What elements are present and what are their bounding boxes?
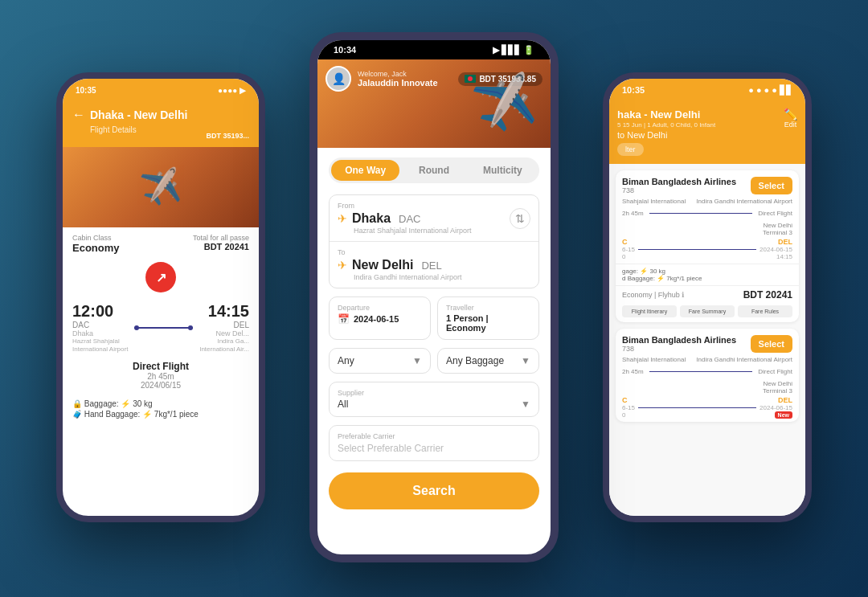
left-phone-title: Dhaka - New Delhi bbox=[90, 108, 187, 121]
to-city: New Delhi bbox=[352, 258, 413, 272]
cabin-class-label: Cabin Class bbox=[72, 234, 120, 242]
terminal-info-2: New DelhiTerminal 3 bbox=[616, 378, 799, 396]
from-label: From bbox=[338, 202, 530, 210]
arrive-city: New Del... bbox=[199, 329, 249, 337]
cabin-row: Cabin Class Economy Total for all passe … bbox=[63, 227, 259, 257]
arrive-date-2: 2024-06-15 bbox=[760, 404, 792, 411]
airline-logo-area: ↗ bbox=[63, 257, 259, 297]
duration-2: 2h 45m bbox=[622, 368, 644, 375]
left-signals: ●●●● ▶ bbox=[218, 86, 246, 95]
plane-decoration: ✈️ bbox=[137, 166, 183, 210]
from-airport-2: Shahjalal International bbox=[622, 356, 686, 363]
supplier-box[interactable]: Supplier All ▼ bbox=[329, 382, 539, 417]
card-buttons-1: Flight Itinerary Fare Summary Fare Rules bbox=[616, 305, 799, 322]
arrive-time-1: 14:15 bbox=[760, 253, 792, 260]
flight-duration: 2h 45m bbox=[63, 372, 259, 381]
any-label: Any bbox=[338, 355, 354, 366]
supplier-label: Supplier bbox=[338, 389, 530, 397]
right-phone-subtitle: 5 15 Jun | 1 Adult, 0 Child, 0 Infant bbox=[617, 121, 715, 129]
baggage-info: 🔒 Baggage: ⚡ 30 kg 🧳 Hand Baggage: ⚡ 7kg… bbox=[63, 393, 259, 423]
user-name: Jalauddin Innovate bbox=[358, 78, 438, 88]
airline-name-2: Biman Bangladesh Airlines bbox=[622, 335, 736, 345]
tab-round[interactable]: Round bbox=[399, 160, 468, 181]
airline-logo: ↗ bbox=[145, 262, 176, 292]
search-button[interactable]: Search bbox=[329, 472, 539, 509]
traveller-box[interactable]: Traveller 1 Person | Economy bbox=[437, 296, 539, 340]
select-button-1[interactable]: Select bbox=[751, 177, 792, 194]
flight-type-label: Direct Flight bbox=[63, 361, 259, 372]
new-badge: New bbox=[775, 411, 792, 419]
airline-name-1: Biman Bangladesh Airlines bbox=[622, 177, 736, 186]
arrive-code: DEL bbox=[199, 321, 249, 329]
back-arrow-icon[interactable]: ← bbox=[72, 108, 85, 122]
arrive-airport: Indira Ga...International Air... bbox=[199, 337, 249, 353]
center-phone: 10:34 ▶ ▋▋▋ 🔋 👤 Welcome, Jack Jalauddin … bbox=[309, 32, 559, 562]
supplier-value: All bbox=[338, 399, 348, 410]
hand-baggage-item: 🧳 Hand Baggage: ⚡ 7kg*/1 piece bbox=[72, 410, 249, 419]
depart-code-2: C bbox=[622, 396, 635, 404]
flight-type-1: Direct Flight bbox=[758, 210, 792, 217]
to-label: To bbox=[338, 248, 530, 256]
from-city: Dhaka bbox=[352, 211, 391, 226]
filter-row: Any ▼ Any Baggage ▼ bbox=[329, 348, 539, 374]
arrive-date-1: 2024-06-15 bbox=[760, 246, 792, 253]
filter-button[interactable]: lter bbox=[617, 143, 644, 156]
center-time: 10:34 bbox=[334, 45, 356, 55]
center-status-bar: 10:34 ▶ ▋▋▋ 🔋 bbox=[317, 40, 551, 59]
tab-one-way[interactable]: One Way bbox=[331, 160, 399, 181]
fare-rules-btn[interactable]: Fare Rules bbox=[738, 305, 792, 317]
left-status-bar: 10:35 ●●●● ▶ bbox=[63, 79, 259, 101]
calendar-icon: 📅 bbox=[338, 313, 350, 325]
to-row[interactable]: To ✈ New Delhi DEL Indira Gandhi Interna… bbox=[330, 241, 538, 288]
from-row[interactable]: From ✈ Dhaka DAC Hazrat Shahjalal Intern… bbox=[330, 195, 538, 241]
card-route-1: Shahjalal International Indira Gandhi In… bbox=[616, 198, 799, 205]
any-filter-box[interactable]: Any ▼ bbox=[329, 348, 431, 374]
depart-plane-icon: ✈ bbox=[338, 212, 347, 225]
right-signals: ● ● ● ● ▋▋ bbox=[748, 85, 792, 96]
flight-cards-list: Biman Bangladesh Airlines 738 Select Sha… bbox=[609, 164, 805, 521]
traveller-label: Traveller bbox=[446, 304, 530, 312]
from-airport: Hazrat Shahjalal International Airport bbox=[354, 227, 530, 235]
departure-box[interactable]: Departure 📅 2024-06-15 bbox=[329, 296, 431, 340]
baggage-filter-box[interactable]: Any Baggage ▼ bbox=[437, 348, 539, 374]
edit-label: Edit bbox=[784, 121, 797, 129]
info-icon-1: ℹ bbox=[682, 291, 684, 299]
departure-label: Departure bbox=[338, 304, 422, 312]
card-price-row-1: Economy | Flyhub ℹ BDT 20241 bbox=[616, 285, 799, 305]
tab-multicity[interactable]: Multicity bbox=[469, 160, 537, 181]
card-times-2: C 6-15 0 DEL 2024-06-15 14:15 bbox=[616, 396, 799, 422]
carrier-box[interactable]: Preferable Carrier Select Preferable Car… bbox=[329, 425, 539, 461]
card-route-2: Shahjalal International Indira Gandhi In… bbox=[616, 356, 799, 363]
left-header: ← Dhaka - New Delhi Flight Details BDT 3… bbox=[63, 101, 259, 147]
welcome-text: Welcome, Jack bbox=[358, 70, 438, 78]
center-status-icons: ▶ ▋▋▋ 🔋 bbox=[493, 45, 534, 55]
fare-summary-btn[interactable]: Fare Summary bbox=[680, 305, 735, 317]
depart-airport: Hazrat ShahjalalInternational Airport bbox=[72, 337, 128, 353]
card-price-1: BDT 20241 bbox=[743, 289, 792, 301]
from-to-container: From ✈ Dhaka DAC Hazrat Shahjalal Intern… bbox=[329, 194, 539, 288]
carrier-placeholder: Select Preferable Carrier bbox=[338, 443, 530, 454]
card-middle-2: 2h 45m Direct Flight bbox=[616, 365, 799, 378]
to-airport-1: Indira Gandhi International Airport bbox=[696, 198, 792, 205]
left-price: BDT 35193... bbox=[206, 132, 249, 140]
depart-code: DAC bbox=[72, 321, 128, 329]
flight-itinerary-btn[interactable]: Flight Itinerary bbox=[622, 305, 677, 317]
cabin-class-1: Economy | Flyhub ℹ bbox=[622, 291, 684, 299]
swap-button[interactable]: ⇅ bbox=[510, 208, 530, 229]
right-phone: 10:35 ● ● ● ● ▋▋ haka - New Delhi 5 15 J… bbox=[603, 72, 812, 522]
center-header-bg: 👤 Welcome, Jack Jalauddin Innovate BDT 3… bbox=[317, 59, 551, 148]
right-phone-title: haka - New Delhi bbox=[617, 108, 715, 121]
left-flight-bg: ✈️ bbox=[63, 147, 259, 227]
departure-value: 2024-06-15 bbox=[354, 314, 399, 324]
depart-time-2: 0 bbox=[622, 411, 635, 419]
edit-button[interactable]: ✏️ Edit bbox=[784, 108, 797, 129]
arrive-time: 14:15 bbox=[199, 302, 249, 321]
carrier-label: Preferable Carrier bbox=[338, 432, 530, 440]
left-phone: 10:35 ●●●● ▶ ← Dhaka - New Delhi Flight … bbox=[56, 72, 265, 522]
to-airport-2: Indira Gandhi International Airport bbox=[696, 356, 792, 363]
duration-1: 2h 45m bbox=[622, 210, 644, 217]
flight-type-2: Direct Flight bbox=[758, 368, 792, 375]
select-button-2[interactable]: Select bbox=[751, 335, 792, 353]
flight-card-2: Biman Bangladesh Airlines 738 Select Sha… bbox=[616, 329, 799, 422]
flight-no-1: 738 bbox=[622, 186, 736, 194]
